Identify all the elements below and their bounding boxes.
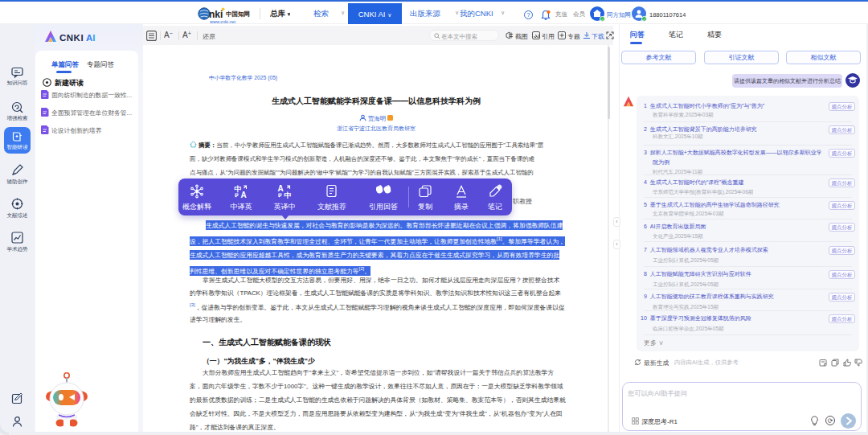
svg-text:A: A	[278, 184, 284, 193]
svg-text:CNKI: CNKI	[59, 33, 84, 43]
svg-text:www.cnki.net: www.cnki.net	[209, 19, 236, 24]
svg-text:A: A	[241, 191, 247, 199]
svg-text:AI: AI	[86, 33, 96, 43]
svg-text:中: 中	[285, 191, 292, 199]
svg-text:中国知网: 中国知网	[226, 10, 250, 18]
